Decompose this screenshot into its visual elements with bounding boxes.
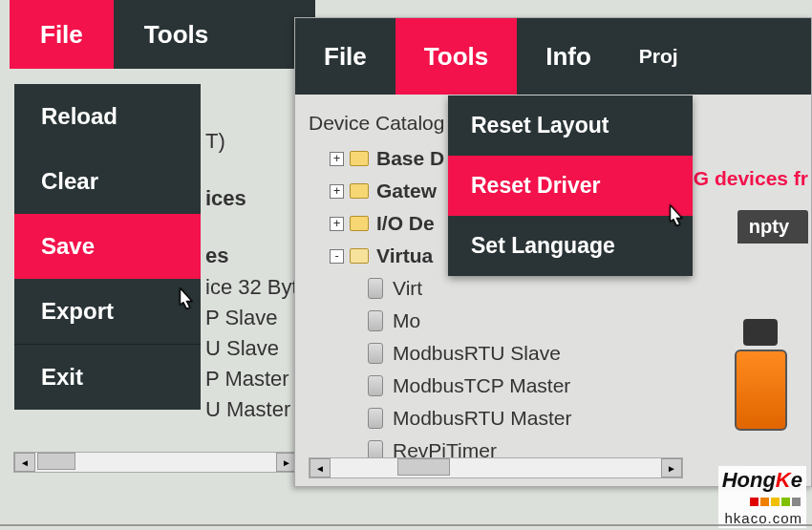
expand-icon[interactable]: +: [330, 184, 344, 199]
tree-label: ModbusTCP Master: [393, 371, 570, 402]
folder-icon: [350, 216, 369, 231]
device-icon: [368, 278, 383, 299]
logo-text: HongKe: [722, 468, 802, 493]
behind-text: T): [205, 129, 225, 154]
menu-tools[interactable]: Tools: [114, 0, 239, 69]
scroll-thumb[interactable]: [37, 453, 75, 470]
menu2-info[interactable]: Info: [517, 18, 620, 95]
behind-text: ices: [205, 186, 246, 211]
menu-set-language[interactable]: Set Language: [448, 216, 693, 276]
behind-text: es: [205, 244, 228, 268]
menu2-file[interactable]: File: [295, 18, 395, 95]
menu-reset-layout[interactable]: Reset Layout: [448, 95, 693, 156]
tools-dropdown: Reset Layout Reset Driver Set Language: [448, 95, 693, 276]
file-dropdown: Reload Clear Save Export Exit: [14, 84, 201, 410]
device-icon: [368, 343, 383, 364]
folder-icon: [350, 183, 369, 199]
tree-item-modbus-tcp-master[interactable]: ModbusTCP Master: [309, 370, 798, 402]
tree-item-mo[interactable]: Mo: [309, 305, 798, 337]
collapse-icon[interactable]: -: [330, 249, 344, 264]
menu-reload[interactable]: Reload: [14, 84, 201, 149]
tree-item-modbus-rtu-slave[interactable]: ModbusRTU Slave: [309, 337, 798, 370]
tree-label: Base D: [376, 143, 444, 175]
menu-file[interactable]: File: [10, 0, 114, 69]
behind-text: U Master: [205, 397, 290, 422]
device-icon: [368, 310, 383, 331]
tree-label: Virt: [393, 273, 422, 305]
tree-label: I/O De: [376, 208, 435, 240]
scroll-right-icon[interactable]: ►: [661, 458, 682, 477]
expand-icon[interactable]: +: [330, 217, 344, 231]
menubar-2: File Tools Info Proj: [295, 18, 811, 95]
tree-item-modbus-rtu-master[interactable]: ModbusRTU Master: [309, 402, 798, 435]
expand-icon[interactable]: +: [330, 152, 344, 166]
tree-item-virt[interactable]: Virt: [309, 272, 798, 305]
tree-label: ModbusRTU Master: [393, 403, 572, 435]
scrollbar-horizontal-2[interactable]: ◄ ►: [309, 457, 683, 478]
device-icon: [368, 375, 383, 396]
behind-text: U Slave: [205, 336, 279, 361]
tree-label: Gatew: [376, 176, 437, 207]
scroll-left-icon[interactable]: ◄: [310, 458, 331, 477]
tree-label: Virtua: [376, 241, 433, 272]
tree-label: ModbusRTU Slave: [393, 338, 561, 370]
scroll-left-icon[interactable]: ◄: [14, 453, 35, 472]
folder-icon: [350, 151, 369, 166]
divider: [0, 524, 812, 526]
window-file-menu: File Tools: [10, 0, 315, 69]
menu-save[interactable]: Save: [14, 214, 201, 279]
scroll-track[interactable]: [331, 458, 661, 477]
warning-text: AG devices fr: [679, 167, 808, 190]
scroll-thumb[interactable]: [397, 458, 450, 476]
folder-open-icon: [350, 248, 369, 264]
logo-watermark: HongKe hkaco.com: [718, 466, 806, 528]
menu-clear[interactable]: Clear: [14, 149, 201, 214]
behind-text: P Slave: [205, 306, 277, 330]
logo-squares: [722, 493, 802, 510]
menu-reset-driver[interactable]: Reset Driver: [448, 156, 693, 216]
menu-export[interactable]: Export: [14, 279, 201, 344]
menu2-tools[interactable]: Tools: [395, 18, 517, 95]
scroll-track[interactable]: [35, 453, 276, 472]
device-image: [727, 319, 794, 434]
device-icon: [368, 408, 383, 429]
behind-text: P Master: [205, 367, 289, 392]
menu2-proj[interactable]: Proj: [620, 18, 686, 95]
menubar-1: File Tools: [10, 0, 315, 69]
menu-exit[interactable]: Exit: [14, 345, 201, 410]
tab-header[interactable]: npty: [737, 210, 808, 244]
tree-label: Mo: [393, 306, 420, 337]
scrollbar-horizontal-1[interactable]: ◄ ►: [13, 452, 298, 473]
